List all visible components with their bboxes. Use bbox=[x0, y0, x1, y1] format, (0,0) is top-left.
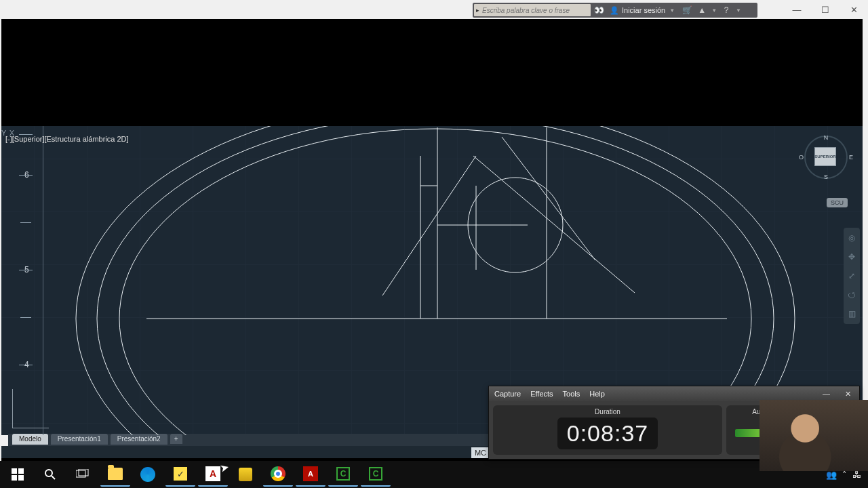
user-icon: 👤 bbox=[610, 6, 619, 15]
taskbar-file-explorer[interactable] bbox=[100, 462, 130, 487]
taskbar-sticky-notes[interactable]: ✓ bbox=[165, 462, 195, 487]
folder-icon bbox=[108, 468, 123, 480]
edge-icon bbox=[140, 467, 155, 482]
chrome-icon bbox=[271, 466, 285, 481]
recorder-menubar: Capture Effects Tools Help — ✕ bbox=[489, 386, 859, 401]
viewcube-west[interactable]: O bbox=[799, 154, 804, 161]
camtasia-rec-icon: C bbox=[369, 467, 382, 481]
search-wrapper[interactable]: ▸ bbox=[474, 4, 591, 16]
signin-dropdown-icon[interactable]: ▼ bbox=[668, 7, 676, 14]
svg-point-18 bbox=[45, 470, 52, 476]
status-mode-label[interactable]: MC bbox=[471, 447, 490, 458]
exchange-icon[interactable]: 🛒 bbox=[680, 4, 694, 16]
zoom-icon[interactable]: ⤢ bbox=[846, 270, 858, 282]
viewcube-east[interactable]: E bbox=[849, 154, 853, 161]
recorder-menu-capture[interactable]: Capture bbox=[494, 390, 521, 398]
task-view-button[interactable] bbox=[68, 462, 98, 487]
viewcube[interactable]: N S E O SUPERIOR bbox=[804, 136, 848, 179]
layout-tab-presentacion2[interactable]: Presentación2 bbox=[111, 434, 167, 445]
infocenter-bar: ▸ 👀 👤 Iniciar sesión ▼ 🛒 ▲ ▼ ? ▼ bbox=[473, 3, 757, 18]
close-button[interactable]: ✕ bbox=[840, 0, 868, 19]
webcam-overlay bbox=[760, 400, 868, 471]
maximize-button[interactable]: ☐ bbox=[811, 0, 840, 19]
steering-wheel-icon[interactable]: ◎ bbox=[846, 232, 858, 244]
recorder-minimize-button[interactable]: — bbox=[820, 390, 833, 398]
app-store-icon[interactable]: ▲ bbox=[695, 4, 709, 16]
viewcube-south[interactable]: S bbox=[824, 174, 828, 180]
camtasia-icon: C bbox=[336, 467, 350, 481]
taskbar-chrome[interactable] bbox=[263, 462, 293, 487]
acrobat-icon: A bbox=[303, 466, 318, 481]
recorder-duration-label: Duration bbox=[595, 408, 620, 415]
view-controls-label[interactable]: [-][Superior][Estructura alámbrica 2D] bbox=[5, 135, 129, 143]
svg-line-11 bbox=[502, 137, 595, 260]
showmotion-icon[interactable]: ▥ bbox=[846, 308, 858, 320]
search-arrow-icon: ▸ bbox=[474, 7, 481, 14]
navigation-bar: ◎ ✥ ⤢ ⭯ ▥ bbox=[844, 228, 860, 324]
svg-rect-16 bbox=[12, 475, 17, 481]
svg-line-9 bbox=[382, 156, 476, 296]
pan-icon[interactable]: ✥ bbox=[846, 251, 858, 263]
appstore-dropdown-icon[interactable]: ▼ bbox=[710, 7, 718, 14]
viewcube-north[interactable]: N bbox=[824, 134, 829, 141]
svg-rect-15 bbox=[18, 468, 24, 474]
layout-tab-presentacion1[interactable]: Presentación1 bbox=[51, 434, 108, 445]
recorder-menu-tools[interactable]: Tools bbox=[563, 390, 580, 398]
svg-line-10 bbox=[473, 156, 635, 293]
svg-line-19 bbox=[52, 476, 55, 479]
ruler-vertical: 6 5 4 bbox=[20, 126, 43, 435]
taskbar-acrobat[interactable]: A bbox=[296, 462, 326, 487]
minimize-button[interactable]: — bbox=[783, 0, 811, 19]
orbit-icon[interactable]: ⭯ bbox=[846, 289, 858, 301]
recorder-menu-effects[interactable]: Effects bbox=[530, 390, 553, 398]
help-dropdown-icon[interactable]: ▼ bbox=[734, 7, 743, 14]
taskbar-camtasia[interactable]: C bbox=[328, 462, 358, 487]
viewcube-face-top[interactable]: SUPERIOR bbox=[815, 148, 835, 165]
recorder-close-button[interactable]: ✕ bbox=[842, 390, 854, 399]
recorder-menu-help[interactable]: Help bbox=[589, 390, 605, 398]
taskbar-camtasia-recorder[interactable]: C bbox=[361, 462, 391, 487]
svg-rect-17 bbox=[18, 475, 24, 481]
note-icon: ✓ bbox=[174, 467, 187, 481]
taskbar-search-button[interactable] bbox=[35, 462, 65, 487]
search-input[interactable] bbox=[481, 7, 591, 14]
ribbon-area bbox=[1, 19, 863, 126]
binoculars-icon[interactable]: 👀 bbox=[592, 4, 606, 16]
autocad-icon: A bbox=[205, 466, 220, 481]
recorder-duration-value: 0:08:37 bbox=[557, 418, 658, 449]
app-icon bbox=[239, 468, 252, 481]
signin-button[interactable]: 👤 Iniciar sesión ▼ bbox=[607, 6, 679, 15]
start-button[interactable] bbox=[3, 462, 33, 487]
signin-label: Iniciar sesión bbox=[622, 6, 665, 14]
svg-rect-14 bbox=[12, 468, 17, 474]
recorder-duration-group: Duration 0:08:37 bbox=[493, 405, 722, 455]
layout-tab-modelo[interactable]: Modelo bbox=[12, 434, 48, 445]
help-icon[interactable]: ? bbox=[719, 4, 733, 16]
taskbar-app-yellow[interactable] bbox=[231, 462, 260, 487]
layout-tab-add[interactable]: + bbox=[170, 434, 182, 444]
taskbar-edge[interactable] bbox=[133, 462, 163, 487]
taskbar: ✓ A A C C 👥 ˄ 🖧 bbox=[0, 461, 868, 488]
